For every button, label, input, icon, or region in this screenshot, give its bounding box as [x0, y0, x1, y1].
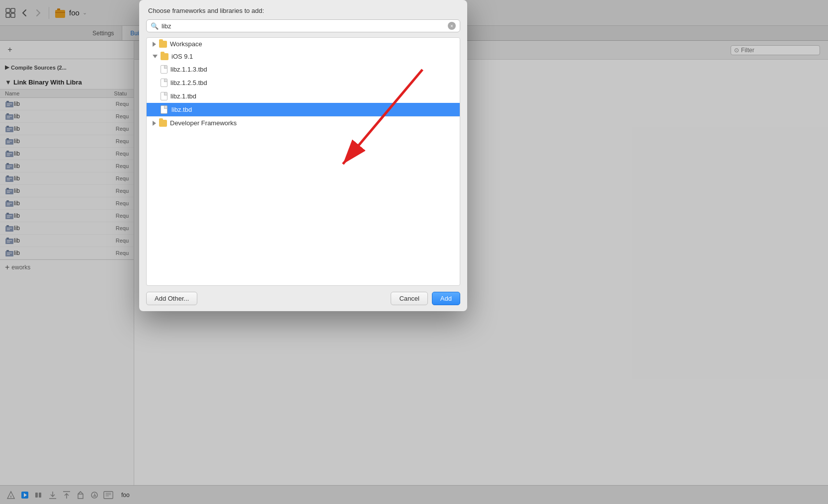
file2-row[interactable]: libz.1.2.5.tbd — [147, 76, 460, 89]
search-wrapper: 🔍 × — [146, 19, 460, 32]
file2-name: libz.1.2.5.tbd — [170, 79, 207, 86]
ios91-folder[interactable]: iOS 9.1 — [147, 50, 460, 63]
search-icon: 🔍 — [151, 22, 159, 30]
dev-frameworks-folder[interactable]: Developer Frameworks — [147, 117, 460, 129]
add-button[interactable]: Add — [432, 292, 460, 305]
file1-row[interactable]: libz.1.1.3.tbd — [147, 63, 460, 76]
file3-icon — [161, 92, 167, 100]
modal-title: Choose frameworks and libraries to add: — [139, 0, 467, 19]
ios91-folder-icon — [161, 53, 168, 60]
ios91-label: iOS 9.1 — [171, 53, 193, 60]
file1-icon — [161, 65, 167, 74]
dev-frameworks-folder-icon — [159, 120, 167, 127]
file2-icon — [161, 79, 167, 87]
file1-name: libz.1.1.3.tbd — [170, 66, 207, 73]
search-input[interactable] — [162, 22, 445, 30]
file4-icon — [161, 105, 167, 114]
modal-list: Workspace iOS 9.1 libz.1.1.3.tbd libz.1.… — [146, 37, 460, 286]
file4-row[interactable]: libz.tbd — [147, 103, 460, 117]
modal-dialog: Choose frameworks and libraries to add: … — [139, 0, 467, 311]
footer-left: Add Other... — [146, 292, 197, 305]
workspace-folder-icon — [159, 41, 167, 48]
file3-row[interactable]: libz.1.tbd — [147, 89, 460, 103]
dev-frameworks-label: Developer Frameworks — [170, 119, 237, 127]
clear-button[interactable]: × — [448, 22, 456, 30]
footer-right: Cancel Add — [391, 292, 460, 305]
modal-footer: Add Other... Cancel Add — [139, 286, 467, 311]
cancel-button[interactable]: Cancel — [391, 292, 427, 305]
file4-name: libz.tbd — [171, 106, 192, 113]
file3-name: libz.1.tbd — [170, 92, 196, 100]
workspace-label: Workspace — [170, 40, 202, 48]
ios91-triangle-icon — [153, 55, 158, 58]
modal-search-bar: 🔍 × — [139, 19, 467, 37]
workspace-triangle-icon — [153, 42, 156, 47]
add-other-button[interactable]: Add Other... — [146, 292, 197, 305]
modal-overlay: Choose frameworks and libraries to add: … — [0, 0, 828, 504]
dev-frameworks-triangle-icon — [153, 121, 156, 126]
workspace-folder[interactable]: Workspace — [147, 38, 460, 50]
